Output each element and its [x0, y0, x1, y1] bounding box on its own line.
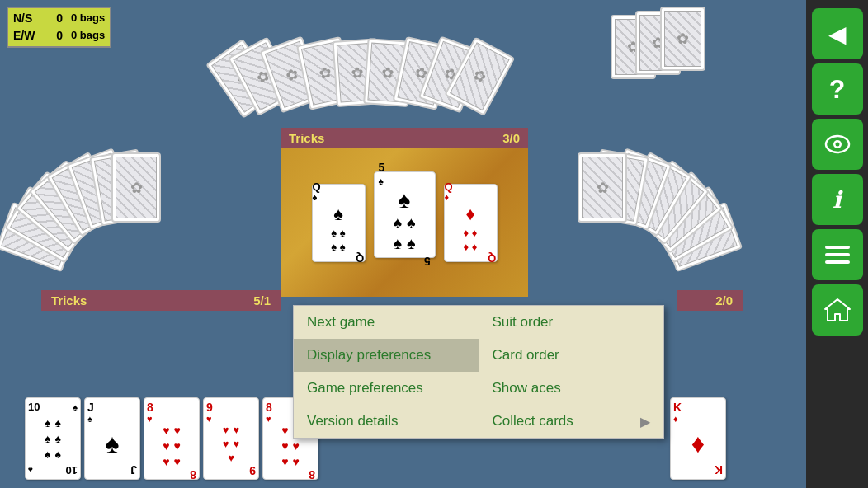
- right-sidebar: ◀ ? ℹ: [806, 0, 868, 488]
- view-button[interactable]: [812, 119, 863, 170]
- menu-item-game-prefs[interactable]: Game preferences: [294, 372, 479, 405]
- tricks-left-label: Tricks: [51, 293, 87, 307]
- menu-columns: Next game Display preferences Game prefe…: [294, 306, 663, 438]
- east-hand: [573, 152, 726, 272]
- tricks-banner-right: 2/0: [677, 290, 743, 311]
- home-button[interactable]: [812, 284, 863, 336]
- ns-bags: 0 bags: [71, 10, 105, 27]
- score-row-ew: E/W 0 0 bags: [13, 27, 105, 45]
- svg-point-2: [835, 143, 839, 147]
- info-button[interactable]: ℹ: [812, 174, 863, 225]
- card-rank-bottom: Q: [356, 253, 364, 264]
- east-card-8: [578, 152, 627, 223]
- north-hand: [239, 7, 520, 106]
- card-rank-top-e: Q: [445, 181, 453, 192]
- south-card-3[interactable]: 8♥ ♥♥ ♥♥ ♥♥ 8: [144, 397, 200, 480]
- menu-item-next-game[interactable]: Next game: [294, 306, 479, 339]
- card-suit-top-n: ♠: [375, 176, 388, 187]
- menu-item-collect-cards[interactable]: Collect cards ▶: [479, 405, 664, 438]
- hamburger-icon: [823, 243, 851, 266]
- east-top-hand: [611, 7, 726, 89]
- menu-arrow-icon: ▶: [640, 414, 650, 429]
- card-rank-bottom-e: Q: [488, 253, 496, 264]
- tricks-banner-left: Tricks 5/1: [41, 290, 281, 311]
- card-suit-top-e: ♦: [445, 192, 450, 202]
- card-rank-top: Q: [313, 181, 321, 192]
- score-row-ns: N/S 0 0 bags: [13, 10, 105, 27]
- home-icon: [823, 296, 851, 324]
- south-card-1[interactable]: 10 ♠ ♠♠ ♠♠ ♠♠ 10 ♠: [25, 397, 81, 480]
- menu-item-show-aces[interactable]: Show aces: [479, 372, 664, 405]
- east-played-card[interactable]: Q ♦ ♦ ♦ ♦ ♦ ♦ Q: [444, 184, 498, 262]
- ew-label: E/W: [13, 27, 38, 45]
- tricks-banner-top: Tricks 3/0: [281, 128, 528, 148]
- card-rank-bottom-n: 5: [420, 253, 435, 270]
- menu-col-left: Next game Display preferences Game prefe…: [294, 306, 479, 438]
- tricks-top-label: Tricks: [289, 131, 324, 145]
- svg-rect-4: [825, 253, 850, 256]
- menu-item-card-order[interactable]: Card order: [479, 339, 664, 372]
- tricks-top-score: 3/0: [502, 131, 520, 145]
- ns-label: N/S: [13, 10, 38, 27]
- east-top-card-3: [660, 7, 705, 71]
- west-hand: [12, 152, 165, 272]
- game-area: N/S 0 0 bags E/W 0 0 bags: [0, 0, 792, 488]
- svg-marker-6: [825, 299, 850, 321]
- tricks-left-score: 5/1: [253, 293, 271, 307]
- south-card-4[interactable]: 9♥ ♥♥ ♥♥ ♥ 9: [203, 397, 259, 480]
- back-button[interactable]: ◀: [812, 8, 863, 59]
- eye-icon: [823, 129, 852, 159]
- svg-rect-5: [825, 260, 850, 264]
- tricks-right-score: 2/0: [715, 293, 733, 307]
- menu-item-version-details[interactable]: Version details: [294, 405, 479, 438]
- menu-item-suit-order[interactable]: Suit order: [479, 306, 664, 339]
- center-table: Tricks 3/0 Q ♠ ♠ ♠ ♠ ♠ ♠ Q 5 ♠ ♠ ♠♠: [281, 128, 528, 326]
- ew-bags: 0 bags: [71, 27, 105, 45]
- card-rank-top-n: 5: [375, 159, 389, 176]
- card-suit-top: ♠: [313, 192, 318, 202]
- menu-item-display-prefs[interactable]: Display preferences: [294, 339, 479, 372]
- ns-score: 0: [46, 10, 63, 27]
- south-card-6[interactable]: K♦ ♦ K: [670, 397, 726, 480]
- ew-score: 0: [46, 27, 63, 45]
- west-played-card[interactable]: Q ♠ ♠ ♠ ♠ ♠ ♠ Q: [312, 184, 366, 262]
- west-card-8: [111, 152, 161, 223]
- wood-surface: Q ♠ ♠ ♠ ♠ ♠ ♠ Q 5 ♠ ♠ ♠♠ ♠♠ 5: [281, 148, 528, 297]
- menu-button[interactable]: [812, 229, 863, 280]
- south-card-2[interactable]: J♠ ♠ J: [84, 397, 140, 480]
- context-menu: Next game Display preferences Game prefe…: [293, 305, 664, 439]
- help-button[interactable]: ?: [812, 63, 863, 115]
- north-played-card[interactable]: 5 ♠ ♠ ♠♠ ♠♠ 5: [374, 171, 436, 258]
- svg-rect-3: [825, 246, 850, 249]
- scoreboard: N/S 0 0 bags E/W 0 0 bags: [7, 7, 111, 48]
- menu-col-right: Suit order Card order Show aces Collect …: [479, 306, 664, 438]
